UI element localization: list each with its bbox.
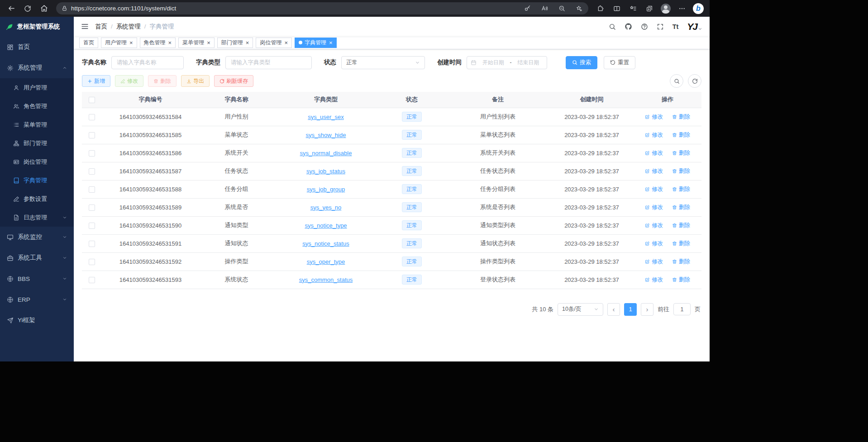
close-icon[interactable]: × (207, 40, 210, 46)
sidebar-item-param-settings[interactable]: 参数设置 (0, 190, 74, 208)
tab-menu-mgmt[interactable]: 菜单管理 × (178, 38, 215, 48)
bing-copilot-icon[interactable]: b (691, 2, 706, 15)
sidebar-item-dept-mgmt[interactable]: 部门管理 (0, 134, 74, 152)
tab-home[interactable]: 首页 (79, 38, 98, 48)
row-edit-link[interactable]: 修改 (645, 258, 663, 266)
dict-type-link[interactable]: sys_notice_type (305, 222, 347, 229)
sidebar-item-post-mgmt[interactable]: 岗位管理 (0, 152, 74, 171)
sidebar-item-yi-framework[interactable]: Yi框架 (0, 310, 74, 331)
page-size-select[interactable]: 10条/页 (558, 303, 603, 316)
row-checkbox[interactable] (89, 241, 95, 247)
tab-user-mgmt[interactable]: 用户管理 × (101, 38, 137, 48)
sidebar-item-system-tools[interactable]: 系统工具 (0, 247, 74, 268)
row-delete-link[interactable]: 删除 (672, 113, 690, 121)
dict-type-link[interactable]: sys_yes_no (310, 204, 342, 211)
reset-button[interactable]: 重置 (604, 56, 635, 69)
tab-post-mgmt[interactable]: 岗位管理 × (256, 38, 292, 48)
row-edit-link[interactable]: 修改 (645, 149, 663, 157)
sidebar-item-menu-mgmt[interactable]: 菜单管理 (0, 115, 74, 134)
row-delete-link[interactable]: 删除 (672, 185, 690, 193)
row-checkbox[interactable] (89, 150, 95, 157)
extensions-icon[interactable] (593, 2, 608, 15)
browser-refresh-icon[interactable] (20, 2, 35, 15)
dict-name-input[interactable] (111, 56, 184, 69)
dict-type-link[interactable]: sys_show_hide (306, 132, 346, 138)
search-button[interactable]: 搜索 (566, 56, 597, 69)
sidebar-item-home[interactable]: 首页 (0, 37, 74, 57)
row-edit-link[interactable]: 修改 (645, 131, 663, 139)
close-icon[interactable]: × (284, 40, 288, 46)
goto-page-input[interactable] (673, 303, 691, 315)
dict-type-link[interactable]: sys_notice_status (302, 240, 349, 247)
row-delete-link[interactable]: 删除 (672, 276, 690, 284)
sidebar-item-erp[interactable]: ERP (0, 289, 74, 310)
app-brand[interactable]: 意框架管理系统 (0, 17, 74, 37)
row-checkbox[interactable] (89, 204, 95, 211)
next-page-button[interactable]: › (641, 303, 653, 316)
dict-type-link[interactable]: sys_normal_disable (300, 150, 352, 157)
row-checkbox[interactable] (89, 132, 95, 138)
row-delete-link[interactable]: 删除 (672, 240, 690, 247)
close-icon[interactable]: × (246, 40, 249, 46)
row-edit-link[interactable]: 修改 (645, 222, 663, 229)
sidebar-item-system-mgmt[interactable]: 系统管理 (0, 57, 74, 78)
dict-type-input[interactable] (225, 56, 312, 69)
row-edit-link[interactable]: 修改 (645, 167, 663, 175)
date-range-picker[interactable]: 开始日期 - 结束日期 (467, 56, 547, 69)
favorites-bar-icon[interactable] (625, 2, 641, 15)
row-delete-link[interactable]: 删除 (672, 131, 690, 139)
dict-type-link[interactable]: sys_job_group (307, 186, 345, 193)
dict-type-link[interactable]: sys_user_sex (308, 114, 343, 120)
row-checkbox[interactable] (89, 168, 95, 175)
row-checkbox[interactable] (89, 223, 95, 229)
font-size-icon[interactable]: Tt (672, 23, 679, 30)
collections-icon[interactable] (642, 2, 657, 15)
profile-avatar-icon[interactable] (658, 2, 673, 15)
password-key-icon[interactable] (520, 3, 534, 14)
sidebar-item-system-monitor[interactable]: 系统监控 (0, 227, 74, 247)
row-delete-link[interactable]: 删除 (672, 167, 690, 175)
breadcrumb-home[interactable]: 首页 (95, 23, 107, 31)
more-menu-icon[interactable] (674, 2, 690, 15)
status-select[interactable]: 正常 (341, 56, 425, 69)
dict-type-link[interactable]: sys_common_status (299, 276, 353, 283)
tab-dept-mgmt[interactable]: 部门管理 × (217, 38, 253, 48)
row-edit-link[interactable]: 修改 (645, 276, 663, 284)
row-delete-link[interactable]: 删除 (672, 149, 690, 157)
zoom-out-icon[interactable] (555, 3, 568, 14)
toggle-search-button[interactable] (670, 74, 683, 88)
dict-type-link[interactable]: sys_job_status (306, 168, 345, 175)
row-edit-link[interactable]: 修改 (645, 240, 663, 247)
sidebar-item-user-mgmt[interactable]: 用户管理 (0, 78, 74, 97)
sidebar-item-role-mgmt[interactable]: 角色管理 (0, 97, 74, 115)
address-bar[interactable]: https://ccnetcore.com:1101/system/dict (56, 2, 588, 14)
select-all-checkbox[interactable] (89, 97, 95, 103)
edit-button[interactable]: 修改 (115, 75, 143, 87)
sidebar-item-log-mgmt[interactable]: 日志管理 (0, 208, 74, 227)
sidebar-item-dict-mgmt[interactable]: 字典管理 (0, 171, 74, 190)
row-delete-link[interactable]: 删除 (672, 222, 690, 229)
row-edit-link[interactable]: 修改 (645, 113, 663, 121)
help-question-icon[interactable] (641, 23, 648, 30)
sidebar-item-bbs[interactable]: BBS (0, 268, 74, 289)
user-logo-dropdown[interactable]: YJ (687, 21, 702, 32)
close-icon[interactable]: × (168, 40, 172, 46)
row-checkbox[interactable] (89, 114, 95, 120)
close-icon[interactable]: × (329, 40, 333, 46)
add-favorite-star-icon[interactable] (572, 3, 586, 14)
fullscreen-icon[interactable] (657, 23, 664, 30)
refresh-table-button[interactable] (688, 74, 701, 88)
close-icon[interactable]: × (129, 40, 133, 46)
split-screen-icon[interactable] (609, 2, 625, 15)
row-checkbox[interactable] (89, 259, 95, 265)
breadcrumb-section[interactable]: 系统管理 (116, 23, 141, 31)
export-button[interactable]: 导出 (181, 75, 210, 87)
row-checkbox[interactable] (89, 277, 95, 283)
delete-button[interactable]: 删除 (148, 75, 176, 87)
refresh-cache-button[interactable]: 刷新缓存 (214, 75, 253, 87)
row-delete-link[interactable]: 删除 (672, 258, 690, 266)
dict-type-link[interactable]: sys_oper_type (307, 258, 345, 265)
hamburger-icon[interactable] (81, 23, 89, 30)
prev-page-button[interactable]: ‹ (607, 303, 620, 316)
tab-role-mgmt[interactable]: 角色管理 × (140, 38, 176, 48)
